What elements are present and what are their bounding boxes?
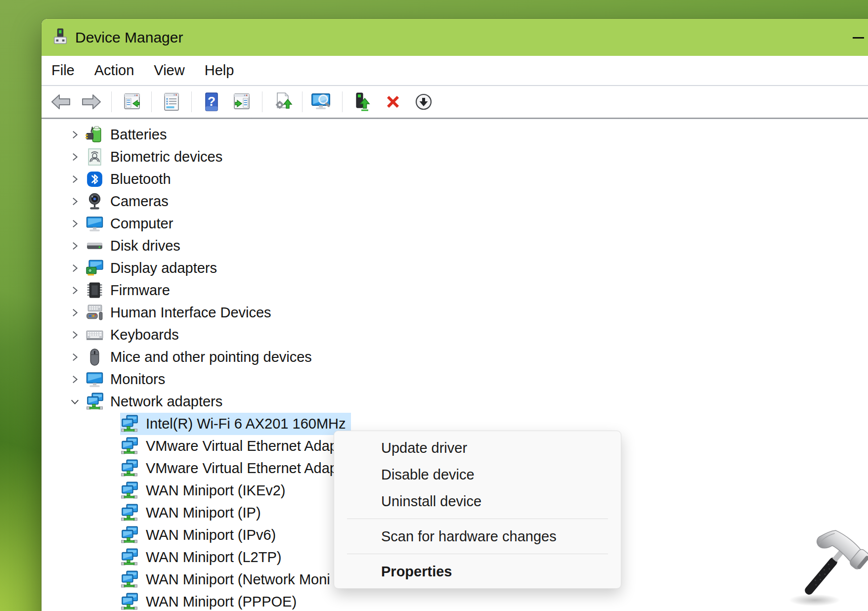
mouse-icon	[86, 348, 104, 366]
fingerprint-icon	[86, 148, 104, 166]
update-driver-button[interactable]	[268, 88, 296, 115]
tree-item-body: Mice and other pointing devices	[80, 346, 317, 368]
tree-item-label: Disk drives	[110, 238, 180, 254]
desktop-wallpaper: Device Manager FileActionViewHelp ? Batt…	[0, 0, 868, 611]
minimize-icon	[853, 37, 864, 39]
tree-item-body: Intel(R) Wi-Fi 6 AX201 160MHz	[120, 413, 351, 435]
action-pane-button[interactable]	[228, 88, 256, 115]
toolbar-separator	[342, 91, 343, 112]
menu-help[interactable]: Help	[195, 62, 244, 79]
tree-item-body: VMware Virtual Ethernet Adapt	[120, 457, 347, 480]
context-menu-item-disable-device[interactable]: Disable device	[334, 461, 621, 488]
tree-item[interactable]: Human Interface Devices	[42, 302, 868, 324]
help-button[interactable]: ?	[198, 88, 225, 115]
tree-item-body: Display adapters	[80, 257, 222, 279]
chevron-right-icon[interactable]	[69, 241, 80, 252]
disable-device-button[interactable]	[410, 88, 437, 115]
show-console-tree-button[interactable]	[118, 88, 145, 115]
scan-hardware-changes-button[interactable]	[308, 88, 336, 115]
tree-item[interactable]: Bluetooth	[42, 168, 868, 190]
chevron-right-icon[interactable]	[69, 218, 80, 229]
svg-text:?: ?	[208, 94, 216, 109]
tree-item-label: Bluetooth	[110, 171, 171, 187]
keyboard-icon	[86, 326, 104, 344]
uninstall-device-button[interactable]	[379, 88, 407, 115]
tree-item[interactable]: Biometric devices	[42, 146, 868, 168]
tree-item-label: WAN Miniport (Network Moni	[146, 571, 330, 588]
menu-file[interactable]: File	[42, 62, 85, 79]
tree-item-body: WAN Miniport (L2TP)	[120, 546, 286, 568]
tree-item-label: Network adapters	[110, 393, 222, 410]
chevron-right-icon[interactable]	[69, 374, 80, 385]
toolbar: ?	[42, 86, 868, 118]
titlebar[interactable]: Device Manager	[42, 19, 868, 56]
disk-drive-icon	[86, 237, 104, 255]
tree-item-label: WAN Miniport (IPv6)	[146, 527, 276, 543]
tree-item-label: Intel(R) Wi-Fi 6 AX201 160MHz	[146, 416, 346, 432]
tree-item-body: Batteries	[80, 124, 172, 146]
chevron-right-icon[interactable]	[69, 263, 80, 274]
network-adapter-icon	[86, 393, 104, 411]
tree-item-label: Mice and other pointing devices	[110, 349, 312, 365]
tree-item-body: WAN Miniport (Network Moni	[120, 568, 335, 591]
device-update-icon	[351, 92, 373, 112]
tree-item-label: WAN Miniport (IP)	[146, 505, 261, 521]
tree-item[interactable]: Display adapters	[42, 257, 868, 279]
tree-item[interactable]: Monitors	[42, 368, 868, 391]
update-device-button[interactable]	[348, 88, 376, 115]
tree-item[interactable]: Mice and other pointing devices	[42, 346, 868, 368]
chevron-right-icon[interactable]	[69, 196, 80, 207]
help-icon: ?	[203, 92, 220, 112]
properties-window-icon	[161, 92, 182, 112]
network-adapter-icon	[120, 548, 138, 567]
display-adapter-icon	[86, 259, 104, 277]
context-menu-item-uninstall-device[interactable]: Uninstall device	[334, 488, 621, 515]
context-menu-item-scan-for-hardware-changes[interactable]: Scan for hardware changes	[334, 523, 621, 550]
tree-item[interactable]: Disk drives	[42, 235, 868, 257]
tree-item-body: VMware Virtual Ethernet Adapt	[120, 435, 347, 457]
chevron-right-icon[interactable]	[69, 174, 80, 185]
chevron-right-icon[interactable]	[69, 330, 80, 341]
forward-button[interactable]	[78, 88, 105, 115]
tree-item[interactable]: Network adapters	[42, 391, 868, 413]
back-button[interactable]	[47, 88, 75, 115]
network-adapter-icon	[120, 570, 138, 589]
menu-view[interactable]: View	[144, 62, 194, 79]
back-arrow-icon	[50, 93, 72, 111]
chevron-right-icon[interactable]	[69, 130, 80, 140]
tree-item-body: Cameras	[80, 190, 174, 213]
tree-item-body: Human Interface Devices	[80, 302, 276, 324]
network-adapter-icon	[120, 415, 138, 433]
toolbar-separator	[302, 91, 303, 112]
tree-item[interactable]: Keyboards	[42, 324, 868, 346]
window-title: Device Manager	[75, 29, 183, 46]
properties-button[interactable]	[158, 88, 185, 115]
tree-item-body: WAN Miniport (IKEv2)	[120, 480, 291, 502]
network-adapter-icon	[120, 504, 138, 522]
chevron-right-icon[interactable]	[69, 307, 80, 318]
chevron-right-icon[interactable]	[69, 352, 80, 363]
menu-action[interactable]: Action	[85, 62, 144, 79]
context-menu-item-properties[interactable]: Properties	[334, 558, 621, 585]
menubar: FileActionViewHelp	[42, 56, 868, 86]
tree-item-label: Keyboards	[110, 327, 179, 343]
tree-item-label: WAN Miniport (IKEv2)	[146, 482, 286, 499]
chevron-right-icon[interactable]	[69, 285, 80, 296]
chevron-right-icon[interactable]	[69, 152, 80, 163]
tree-item-label: VMware Virtual Ethernet Adapt	[146, 438, 342, 454]
tree-item[interactable]: Computer	[42, 213, 868, 235]
tree-item-body: WAN Miniport (IPv6)	[120, 524, 281, 546]
tree-item[interactable]: Firmware	[42, 279, 868, 302]
tree-item[interactable]: Batteries	[42, 124, 868, 146]
minimize-button[interactable]	[844, 28, 868, 47]
disable-device-icon	[414, 92, 434, 112]
action-pane-icon	[231, 92, 253, 112]
tree-item[interactable]: WAN Miniport (PPPOE)	[42, 591, 868, 611]
tree-item[interactable]: Cameras	[42, 190, 868, 213]
chevron-down-icon[interactable]	[69, 396, 80, 407]
network-adapter-icon	[120, 437, 138, 455]
context-menu-item-update-driver[interactable]: Update driver	[334, 435, 621, 461]
network-adapter-icon	[120, 459, 138, 478]
tree-item-label: Batteries	[110, 127, 167, 143]
monitor-icon	[86, 215, 104, 233]
